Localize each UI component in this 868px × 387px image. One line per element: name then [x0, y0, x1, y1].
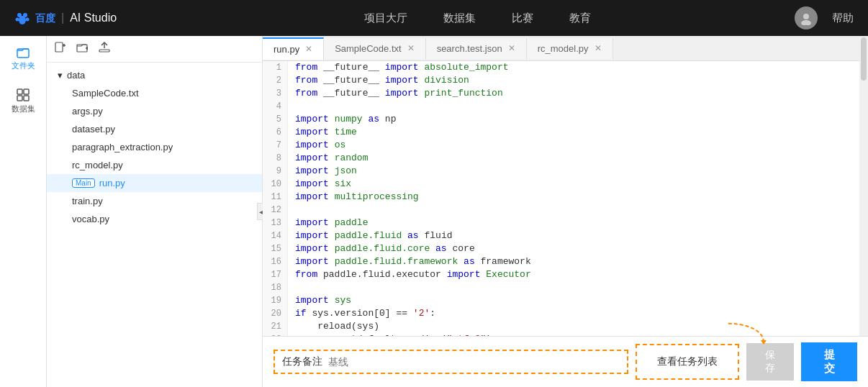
- code-line: 19import sys: [263, 294, 868, 307]
- tab-close-icon[interactable]: ✕: [305, 44, 312, 54]
- add-file-icon: [54, 42, 65, 53]
- line-content: if sys.version[0] == '2':: [288, 307, 435, 320]
- line-number: 16: [263, 255, 288, 268]
- code-line: 11import multiprocessing: [263, 191, 868, 204]
- line-number: 6: [263, 126, 288, 139]
- svg-point-5: [803, 14, 809, 19]
- code-line: 14import paddle.fluid as fluid: [263, 229, 868, 242]
- file-name: vocab.py: [72, 214, 109, 224]
- new-file-icon[interactable]: [54, 42, 65, 56]
- svg-point-3: [26, 18, 30, 22]
- dataset-icon: [16, 88, 30, 102]
- file-name: args.py: [72, 106, 103, 117]
- line-content: import paddle: [288, 217, 368, 229]
- code-editor[interactable]: 1from __future__ import absolute_import2…: [263, 61, 868, 336]
- avatar[interactable]: [795, 6, 818, 29]
- line-number: 20: [263, 307, 288, 320]
- tab-label: SampleCode.txt: [335, 43, 402, 54]
- view-task-container: 查看任务列表: [636, 344, 739, 380]
- code-line: 21 reload(sys): [263, 320, 868, 333]
- avatar-icon: [799, 11, 813, 25]
- code-line: 4: [263, 100, 868, 113]
- sidebar-item-files[interactable]: 文件夹: [9, 43, 37, 72]
- folder-name: data: [67, 70, 85, 81]
- line-number: 3: [263, 87, 288, 100]
- baidu-icon: [14, 10, 30, 26]
- line-number: 5: [263, 113, 288, 126]
- list-item[interactable]: args.py: [47, 102, 262, 120]
- folder-chevron: ▾: [58, 70, 63, 81]
- editor-area: ◀ run.py ✕ SampleCode.txt ✕ search.test.…: [263, 36, 868, 387]
- tab-samplecode[interactable]: SampleCode.txt ✕: [324, 38, 426, 59]
- file-panel: ▾ data SampleCode.txt args.py dataset.py…: [47, 36, 263, 387]
- tab-run-py[interactable]: run.py ✕: [263, 37, 324, 60]
- new-folder-icon[interactable]: [76, 42, 88, 56]
- list-item[interactable]: paragraph_extraction.py: [47, 138, 262, 156]
- code-line: 9import json: [263, 165, 868, 178]
- code-line: 12: [263, 204, 868, 217]
- line-content: from paddle.fluid.executor import Execut…: [288, 268, 531, 281]
- code-line: 7import os: [263, 139, 868, 152]
- code-line: 16import paddle.fluid.framework as frame…: [263, 255, 868, 268]
- line-number: 10: [263, 178, 288, 191]
- list-item[interactable]: dataset.py: [47, 120, 262, 138]
- line-number: 19: [263, 294, 288, 307]
- list-item[interactable]: train.py: [47, 192, 262, 210]
- svg-rect-9: [24, 89, 29, 94]
- nav-link-dataset[interactable]: 数据集: [443, 12, 476, 25]
- line-content: import sys: [288, 294, 351, 307]
- list-item-active[interactable]: Main run.py: [47, 174, 262, 192]
- file-panel-header: [47, 36, 262, 63]
- line-content: from __future__ import division: [288, 74, 469, 87]
- svg-rect-11: [24, 96, 29, 101]
- tab-search-test[interactable]: search.test.json ✕: [426, 38, 527, 59]
- svg-rect-12: [55, 42, 63, 52]
- line-content: import json: [288, 165, 357, 178]
- top-nav: 百度 | AI Studio 项目大厅 数据集 比赛 教育 帮助: [0, 0, 868, 36]
- code-line: 2from __future__ import division: [263, 74, 868, 87]
- view-task-button[interactable]: 查看任务列表: [646, 350, 729, 374]
- svg-point-4: [19, 16, 26, 24]
- file-name: run.py: [99, 178, 125, 188]
- line-content: from __future__ import print_function: [288, 87, 503, 100]
- sidebar-files-label: 文件夹: [12, 60, 35, 71]
- line-content: reload(sys): [288, 320, 379, 333]
- tab-close-icon[interactable]: ✕: [595, 43, 602, 53]
- line-content: import paddle.fluid as fluid: [288, 229, 452, 242]
- line-number: 8: [263, 152, 288, 165]
- tab-label: rc_model.py: [538, 43, 589, 54]
- file-name: rc_model.py: [72, 160, 123, 170]
- list-item[interactable]: vocab.py: [47, 210, 262, 228]
- scrollbar[interactable]: [859, 36, 868, 387]
- line-number: 9: [263, 165, 288, 178]
- submit-button[interactable]: 提交: [801, 342, 857, 381]
- line-number: 2: [263, 74, 288, 87]
- code-line: 10import six: [263, 178, 868, 191]
- line-number: 17: [263, 268, 288, 281]
- file-name: SampleCode.txt: [72, 88, 139, 99]
- tab-close-icon[interactable]: ✕: [407, 43, 415, 53]
- line-content: import paddle.fluid.framework as framewo…: [288, 255, 531, 268]
- line-number: 13: [263, 217, 288, 229]
- list-item[interactable]: SampleCode.txt: [47, 84, 262, 102]
- file-name: train.py: [72, 196, 103, 206]
- sidebar-item-dataset[interactable]: 数据集: [9, 86, 37, 115]
- tab-label: search.test.json: [437, 43, 502, 54]
- svg-marker-20: [761, 340, 767, 345]
- right-actions: 查看任务列表 保存 提交: [636, 342, 857, 381]
- nav-link-projects[interactable]: 项目大厅: [364, 12, 407, 25]
- list-item[interactable]: rc_model.py: [47, 156, 262, 174]
- nav-link-competition[interactable]: 比赛: [512, 12, 533, 25]
- tab-label: run.py: [273, 44, 299, 55]
- svg-rect-8: [17, 89, 22, 94]
- scroll-thumb[interactable]: [861, 37, 867, 81]
- folder-data[interactable]: ▾ data: [47, 66, 262, 84]
- upload-icon[interactable]: [99, 42, 110, 56]
- tab-rc-model[interactable]: rc_model.py ✕: [527, 38, 613, 59]
- line-number: 4: [263, 100, 288, 113]
- help-link[interactable]: 帮助: [832, 12, 854, 25]
- nav-link-education[interactable]: 教育: [569, 12, 591, 25]
- save-button[interactable]: 保存: [746, 343, 794, 381]
- baseline-input[interactable]: [328, 356, 620, 368]
- tab-close-icon[interactable]: ✕: [508, 43, 515, 53]
